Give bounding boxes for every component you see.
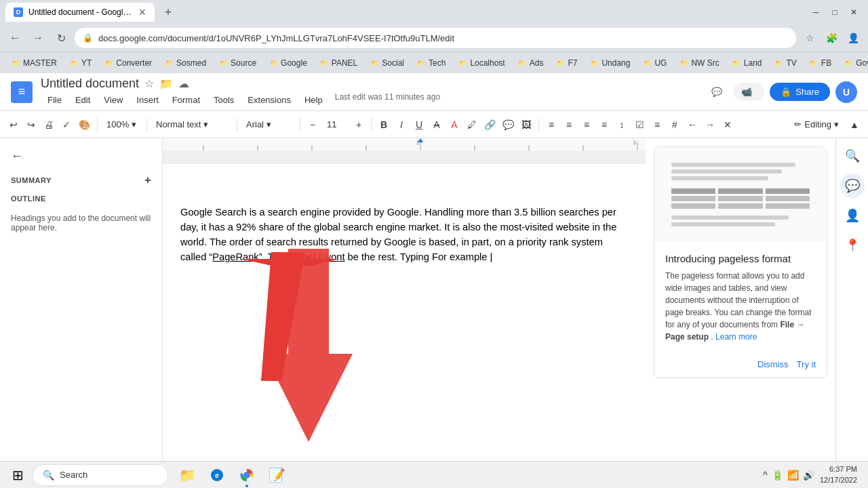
cloud-save-icon[interactable]: ☁ [178,77,189,90]
justify-button[interactable]: ≡ [596,115,612,134]
link-button[interactable]: 🔗 [481,115,498,134]
docs-content[interactable]: Google Search is a search engine provide… [163,150,646,488]
bookmark-fb[interactable]: 📁 FB [804,56,837,70]
folder-move-icon[interactable]: 📁 [159,77,173,90]
bold-button[interactable]: B [376,115,392,134]
print-button[interactable]: 🖨 [41,115,57,134]
menu-edit[interactable]: Edit [68,92,97,108]
italic-button[interactable]: I [393,115,410,134]
bookmark-gov[interactable]: 📁 Gov [838,56,868,70]
learn-more-link[interactable]: Learn more [715,332,757,342]
bookmark-tv[interactable]: 📁 TV [768,56,802,70]
contacts-button[interactable]: 👤 [840,203,865,228]
increase-indent-button[interactable]: → [702,115,718,134]
try-button[interactable]: Try it [797,359,816,369]
collapse-toolbar-button[interactable]: ▲ [846,115,863,134]
menu-tools[interactable]: Tools [207,92,241,108]
strikethrough-button[interactable]: A [429,115,445,134]
explore-button[interactable]: 🔍 [840,144,865,168]
bookmark-localhost[interactable]: 📁 Localhost [452,56,510,70]
comment-button[interactable]: 💬 [706,81,728,103]
style-select[interactable]: Normal text ▾ [151,115,233,134]
taskbar-edge[interactable]: e [203,462,231,489]
back-button[interactable]: ← [5,28,24,47]
bullet-list-button[interactable]: ≡ [649,115,665,134]
number-list-button[interactable]: # [667,115,683,134]
forward-button[interactable]: → [28,28,47,47]
star-icon[interactable]: ☆ [144,77,154,90]
close-button[interactable]: ✕ [845,6,863,18]
insert-image-button[interactable]: 🖼 [518,115,534,134]
spellcheck-button[interactable]: ✓ [58,115,75,134]
doc-page[interactable]: Google Search is a search engine provide… [163,164,646,488]
underline-button[interactable]: U [411,115,427,134]
undo-button[interactable]: ↩ [5,115,22,134]
text-color-button[interactable]: A [446,115,462,134]
zoom-select[interactable]: 100% ▾ [102,115,142,134]
comment-toolbar-button[interactable]: 💬 [500,115,517,134]
clear-format-button[interactable]: ✕ [719,115,736,134]
checklist-button[interactable]: ☑ [631,115,648,134]
redo-button[interactable]: ↪ [23,115,39,134]
docs-logo[interactable]: ≡ [11,81,33,103]
bookmark-social[interactable]: 📁 Social [364,56,410,70]
taskbar-chrome[interactable] [233,462,260,489]
menu-format[interactable]: Format [165,92,207,108]
sidebar-back-button[interactable]: ← [11,149,151,163]
sidebar-add-button[interactable]: + [144,174,151,186]
address-bar[interactable]: 🔒 docs.google.com/document/d/1oUNVR6P_LY… [75,28,796,48]
taskbar-file-explorer[interactable]: 📁 [174,462,201,489]
bookmark-ads[interactable]: 📁 Ads [512,56,549,70]
menu-extensions[interactable]: Extensions [241,92,298,108]
bookmark-panel[interactable]: 📁 PANEL [314,56,363,70]
docs-title[interactable]: Untitled document [41,77,139,91]
align-right-button[interactable]: ≡ [578,115,595,134]
reload-button[interactable]: ↻ [52,28,71,47]
bookmark-f7[interactable]: 📁 F7 [550,56,583,70]
tab-close-icon[interactable]: ✕ [138,7,146,18]
chat-button[interactable]: 💬 [840,174,865,198]
chevron-up-icon[interactable]: ^ [763,470,768,481]
doc-paragraph[interactable]: Google Search is a search engine provide… [180,205,628,264]
decrease-indent-button[interactable]: ← [684,115,701,134]
menu-help[interactable]: Help [298,92,330,108]
bookmark-yt[interactable]: 📁 YT [64,56,97,70]
dismiss-button[interactable]: Dismiss [757,359,789,369]
font-select[interactable]: Arial ▾ [241,115,296,134]
new-tab-button[interactable]: + [160,4,176,20]
minimize-button[interactable]: ─ [807,6,825,18]
user-avatar[interactable]: U [835,81,857,103]
highlight-color-button[interactable]: 🖊 [464,115,480,134]
menu-file[interactable]: File [41,92,68,108]
bookmark-master[interactable]: 📁 MASTER [5,56,62,70]
bookmark-converter[interactable]: 📁 Converter [98,56,157,70]
paint-format-button[interactable]: 🎨 [76,115,93,134]
bookmark-google[interactable]: 📁 Google [263,56,313,70]
pagerank-link[interactable]: PageRank [212,251,258,262]
maximize-button[interactable]: □ [826,6,844,18]
extension-puzzle-button[interactable]: 🧩 [822,28,841,47]
bookmark-star-button[interactable]: ☆ [800,28,819,47]
start-button[interactable]: ⊞ [5,463,30,487]
taskbar-notes[interactable]: 📝 [263,462,290,489]
bookmark-source[interactable]: 📁 Source [213,56,262,70]
font-size-increase[interactable]: + [351,115,367,134]
bookmark-undang[interactable]: 📁 Undang [584,56,635,70]
align-center-button[interactable]: ≡ [561,115,577,134]
share-button[interactable]: 🔒 Share [770,83,830,101]
bookmark-sosmed[interactable]: 📁 Sosmed [159,56,212,70]
editing-mode-button[interactable]: ✏ Editing ▾ [788,116,845,133]
bookmark-tech[interactable]: 📁 Tech [411,56,451,70]
align-left-button[interactable]: ≡ [543,115,559,134]
menu-insert[interactable]: Insert [130,92,165,108]
profile-button[interactable]: 👤 [844,28,863,47]
line-spacing-button[interactable]: ↕ [614,115,630,134]
browser-tab[interactable]: D Untitled document - Google Do... ✕ [5,3,155,22]
bookmark-nwsrc[interactable]: 📁 NW Src [673,56,724,70]
font-size-decrease[interactable]: − [304,115,321,134]
maps-button[interactable]: 📍 [840,233,865,258]
taskbar-search[interactable]: 🔍 Search [33,464,168,486]
font-size-select[interactable]: 11 [322,115,349,134]
meet-button[interactable]: 📹 [733,83,764,101]
menu-view[interactable]: View [97,92,130,108]
